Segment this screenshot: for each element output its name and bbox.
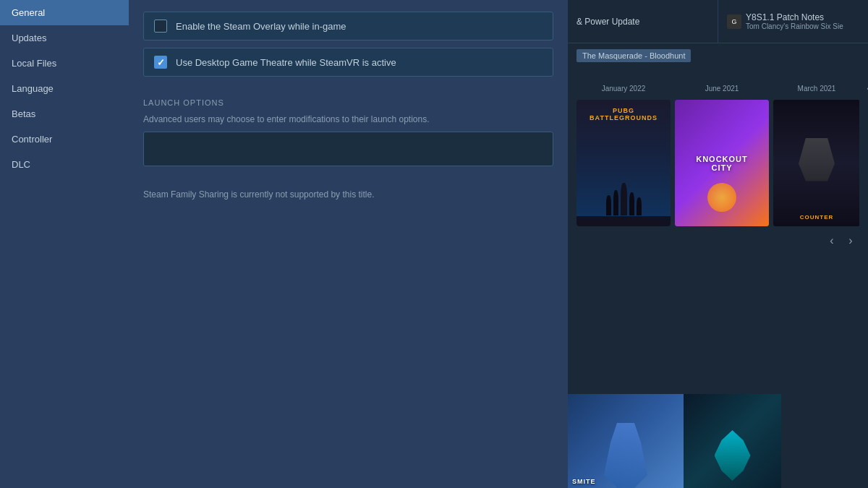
sidebar: General Updates Local Files Language Bet… [0,0,129,488]
masquerade-tag[interactable]: The Masquerade - Bloodhunt [576,49,691,62]
pubg-title: PUBGBATTLEGROUNDS [576,107,671,121]
launch-options-description: Advanced users may choose to enter modif… [143,113,553,126]
r6-game-icon: G [727,14,741,29]
carousel-date-jan: January 2022 [576,85,671,93]
launch-options-input[interactable] [143,132,553,166]
silhouette-2 [613,190,618,215]
carousel-next-bottom[interactable]: › [842,232,859,249]
silhouette-3 [621,183,627,215]
right-panel: & Power Update G Y8S1.1 Patch Notes Tom … [568,0,868,488]
counter-title: COUNTER [773,214,859,221]
smite-figure [604,423,647,488]
carousel-prev-top[interactable]: ‹ [860,80,868,97]
overlay-option-label: Enable the Steam Overlay while in-game [176,21,346,32]
center-content: Enable the Steam Overlay while in-game ✓… [129,0,568,488]
sidebar-item-dlc[interactable]: DLC [0,152,129,177]
overlay-option-row[interactable]: Enable the Steam Overlay while in-game [143,12,553,40]
right-top-news: & Power Update G Y8S1.1 Patch Notes Tom … [568,0,868,43]
pubg-ground [576,216,671,226]
sidebar-item-local-files[interactable]: Local Files [0,51,129,76]
overlay-checkbox[interactable] [154,20,167,33]
silhouette-4 [629,192,634,215]
sidebar-item-betas[interactable]: Betas [0,101,129,127]
knockout-orb [707,183,736,212]
games-carousel-section: January 2022 June 2021 March 2021 ‹ › PU… [568,74,868,394]
desktop-theatre-option-row[interactable]: ✓ Use Desktop Game Theatre while SteamVR… [143,48,553,77]
launch-options-title: LAUNCH OPTIONS [143,98,553,107]
right-top-left-item[interactable]: & Power Update [568,0,718,43]
silhouette-5 [637,197,642,215]
sidebar-item-updates[interactable]: Updates [0,25,129,51]
carousel-date-mar: March 2021 [773,85,860,93]
thumb-smite[interactable]: SMITE [568,394,684,488]
desktop-theatre-checkbox[interactable]: ✓ [154,56,167,69]
game-name-label: Tom Clancy's Rainbow Six Sie [746,22,843,30]
family-sharing-text: Steam Family Sharing is currently not su… [143,189,553,200]
creature-figure [715,430,751,481]
carousel-prev-bottom[interactable]: ‹ [823,232,841,249]
main-layout: General Updates Local Files Language Bet… [0,0,868,488]
power-update-label: & Power Update [576,17,639,27]
carousel-bottom-nav-row: ‹ › [576,232,859,249]
carousel-header-row: January 2022 June 2021 March 2021 ‹ › [576,80,859,97]
knockout-title: KNOCKOUT [696,155,748,163]
desktop-theatre-option-label: Use Desktop Game Theatre while SteamVR i… [176,57,396,68]
knockout-content: KNOCKOUT CITY [696,155,748,172]
right-top-right-item[interactable]: G Y8S1.1 Patch Notes Tom Clancy's Rainbo… [718,0,868,43]
carousel-top-nav: ‹ › [860,80,868,97]
counter-figure [799,138,835,181]
patch-notes-title: Y8S1.1 Patch Notes [746,12,843,22]
sidebar-item-general[interactable]: General [0,0,129,25]
bottom-thumbnails: SMITE [568,394,868,488]
right-middle: The Masquerade - Bloodhunt [568,43,868,74]
game-card-knockout[interactable]: KNOCKOUT CITY [675,100,769,226]
pubg-silhouettes [576,183,671,215]
thumb-other[interactable] [684,394,781,488]
sidebar-item-language[interactable]: Language [0,76,129,101]
carousel-date-jun: June 2021 [675,85,769,93]
launch-options-section: LAUNCH OPTIONS Advanced users may choose… [143,84,553,181]
carousel-dates: January 2022 June 2021 March 2021 [576,85,860,93]
silhouette-1 [606,195,611,215]
carousel-bottom-nav: ‹ › [823,232,859,249]
knockout-subtitle: CITY [696,163,748,172]
game-card-counter[interactable]: COUNTER [773,100,859,226]
smite-label: SMITE [572,478,596,485]
sidebar-item-controller[interactable]: Controller [0,127,129,152]
game-card-pubg[interactable]: PUBGBATTLEGROUNDS [576,100,671,226]
games-grid: PUBGBATTLEGROUNDS [576,100,859,226]
